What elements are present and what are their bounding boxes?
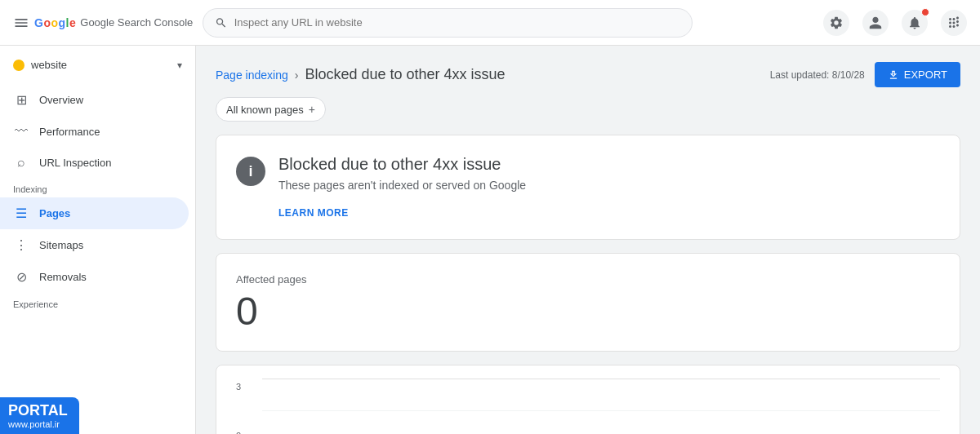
breadcrumb: Page indexing › Blocked due to other 4xx…: [216, 66, 506, 83]
sidebar-item-label-sitemaps: Sitemaps: [39, 239, 83, 251]
topbar-logo: Google Google Search Console: [13, 15, 193, 31]
sidebar: website ▾ ⊞ Overview 〰 Performance ⌕ URL…: [0, 46, 196, 434]
sidebar-item-url-inspection[interactable]: ⌕ URL Inspection: [0, 147, 189, 178]
sidebar-item-sitemaps[interactable]: ⋮ Sitemaps: [0, 229, 189, 261]
property-dot: [13, 60, 24, 71]
learn-more-button[interactable]: LEARN MORE: [278, 207, 349, 219]
notif-badge: [921, 8, 929, 16]
sidebar-item-label-pages: Pages: [39, 207, 70, 219]
notifications-icon-btn[interactable]: [902, 10, 928, 36]
export-icon: [888, 69, 899, 81]
account-icon-btn[interactable]: [862, 10, 889, 36]
breadcrumb-actions: Last updated: 8/10/28 EXPORT: [770, 62, 960, 87]
tabs-area: All known pages +: [216, 97, 960, 122]
info-card-content: i Blocked due to other 4xx issue These p…: [236, 155, 940, 219]
property-dropdown-icon: ▾: [177, 60, 182, 71]
portal-title: PORTAL: [8, 402, 68, 419]
info-title: Blocked due to other 4xx issue: [278, 155, 526, 174]
breadcrumb-current: Blocked due to other 4xx issue: [305, 66, 505, 83]
topbar: Google Google Search Console: [0, 0, 980, 46]
info-description: These pages aren't indexed or served on …: [278, 179, 526, 192]
all-known-pages-tab[interactable]: All known pages +: [216, 97, 326, 122]
affected-pages-label: Affected pages: [236, 273, 940, 286]
indexing-section-label: Indexing: [0, 178, 195, 197]
property-name: website: [31, 59, 171, 71]
breadcrumb-separator: ›: [295, 69, 299, 82]
tab-label: All known pages: [226, 104, 304, 116]
info-icon: i: [236, 157, 265, 186]
info-content: Blocked due to other 4xx issue These pag…: [278, 155, 526, 219]
menu-icon[interactable]: [13, 15, 29, 31]
pages-icon: ☰: [13, 206, 29, 221]
topbar-actions: [823, 10, 967, 36]
main-content: Page indexing › Blocked due to other 4xx…: [196, 46, 980, 434]
property-selector[interactable]: website ▾: [0, 52, 195, 78]
last-updated-text: Last updated: 8/10/28: [770, 69, 865, 81]
sidebar-item-label-performance: Performance: [39, 126, 100, 138]
affected-pages-value: 0: [236, 292, 940, 331]
stats-card: Affected pages 0: [216, 253, 960, 352]
chart-y-label-3: 3: [236, 382, 252, 392]
url-inspection-icon: ⌕: [13, 155, 29, 170]
google-logo: Google: [34, 16, 75, 29]
export-button[interactable]: EXPORT: [875, 62, 960, 87]
sidebar-item-removals[interactable]: ⊘ Removals: [0, 261, 189, 293]
sidebar-item-performance[interactable]: 〰 Performance: [0, 116, 189, 147]
chart-card: 3 2: [216, 365, 960, 434]
chart-area: [262, 379, 940, 434]
portal-watermark: PORTAL www.portal.ir: [0, 397, 79, 434]
search-input[interactable]: [234, 16, 681, 29]
search-icon: [215, 16, 227, 29]
apps-icon-btn[interactable]: [941, 10, 967, 36]
breadcrumb-area: Page indexing › Blocked due to other 4xx…: [216, 46, 960, 97]
chart-y-label-2: 2: [236, 431, 252, 434]
removals-icon: ⊘: [13, 269, 29, 285]
portal-url: www.portal.ir: [8, 419, 68, 429]
sidebar-item-label-url-inspection: URL Inspection: [39, 157, 111, 169]
experience-section-label: Experience: [0, 293, 195, 312]
sidebar-item-label-removals: Removals: [39, 271, 87, 283]
breadcrumb-parent[interactable]: Page indexing: [216, 69, 288, 82]
sidebar-item-pages[interactable]: ☰ Pages: [0, 197, 189, 229]
sidebar-item-label-overview: Overview: [39, 94, 83, 106]
settings-icon-btn[interactable]: [823, 10, 849, 36]
sitemaps-icon: ⋮: [13, 237, 29, 253]
search-console-text: Google Search Console: [80, 16, 193, 29]
layout: website ▾ ⊞ Overview 〰 Performance ⌕ URL…: [0, 46, 980, 434]
performance-icon: 〰: [13, 124, 29, 139]
info-card: i Blocked due to other 4xx issue These p…: [216, 135, 960, 240]
add-filter-icon: +: [309, 103, 315, 116]
topbar-search-bar[interactable]: [203, 8, 693, 38]
overview-icon: ⊞: [13, 92, 29, 108]
sidebar-item-overview[interactable]: ⊞ Overview: [0, 84, 189, 116]
